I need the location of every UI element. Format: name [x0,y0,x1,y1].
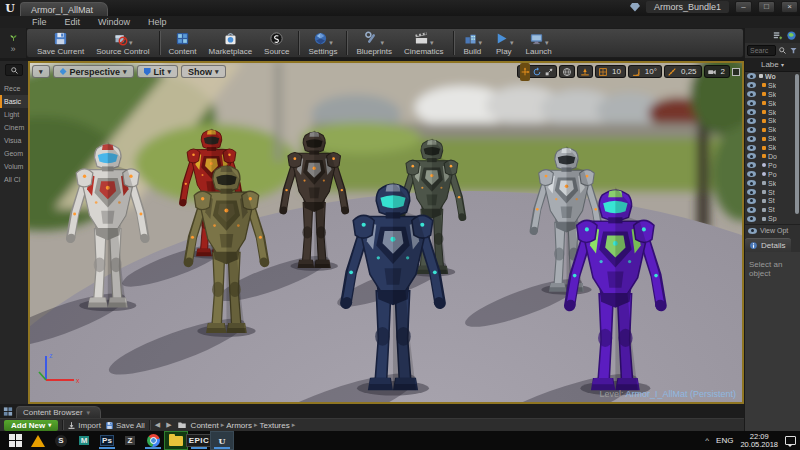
modes-category-volum[interactable]: Volum [0,160,28,173]
outliner-row[interactable]: Sk [745,179,793,188]
visibility-eye-icon[interactable] [747,118,756,124]
level-tab[interactable]: Armor_I_AllMat [20,2,108,16]
content-button[interactable]: Content [163,29,203,57]
toolbar-expander[interactable]: » [0,28,26,58]
modes-category-rece[interactable]: Rece [0,82,28,95]
taskbar-epic-launcher-icon[interactable]: EPIC [188,432,210,449]
settings-button[interactable]: ▾Settings [302,29,343,57]
coordinate-system-button[interactable] [559,65,575,78]
visibility-eye-icon[interactable] [747,162,756,168]
source-control-button[interactable]: ▾Source Control [90,29,155,57]
visibility-eye-icon[interactable] [747,82,756,88]
source-button[interactable]: Source [258,29,295,57]
maximize-button[interactable]: □ [758,1,775,13]
launch-button[interactable]: ▾Launch [520,29,558,57]
outliner-row[interactable]: Po [745,161,793,170]
perspective-button[interactable]: Perspective▾ [53,65,134,78]
rotation-snap-value[interactable]: 10° [643,67,659,76]
outliner-search-input[interactable] [747,45,776,56]
content-browser-tab[interactable]: Content Browser▾ [16,406,101,418]
taskbar-zbrush-icon[interactable]: Z [119,432,141,449]
breadcrumb-content[interactable]: Content [191,421,219,430]
surface-snapping-button[interactable] [577,65,593,78]
visibility-eye-icon[interactable] [747,145,756,151]
outliner-label-column-header[interactable]: Labe ▾ [745,58,800,72]
visibility-eye-icon[interactable] [747,91,756,97]
visibility-eye-icon[interactable] [747,136,756,142]
taskbar-start-icon[interactable] [4,432,26,449]
view-options-button[interactable]: View Opt [745,224,800,236]
outliner-row[interactable]: Sk [745,134,793,143]
taskbar-clock[interactable]: 22:09 20.05.2018 [740,433,778,449]
show-button[interactable]: Show▾ [181,65,226,78]
taskbar-unreal-editor-icon[interactable]: U [211,432,233,449]
filter-icon[interactable] [789,46,798,55]
cinematics-button[interactable]: ▾Cinematics [398,29,450,57]
outliner-row[interactable]: Sk [745,90,793,99]
visibility-eye-icon[interactable] [747,216,756,222]
language-indicator[interactable]: ENG [716,436,733,445]
grid-snap-control[interactable]: 10 [595,65,626,78]
outliner-row[interactable]: Sk [745,81,793,90]
tray-chevron[interactable]: ^ [705,436,709,445]
outliner-row[interactable]: St [745,188,793,197]
menu-file[interactable]: File [24,17,55,27]
visibility-eye-icon[interactable] [747,207,756,213]
world-icon[interactable] [786,30,797,41]
outliner-row[interactable]: St [745,196,793,205]
move-tool-icon[interactable] [520,67,530,77]
maximize-viewport-button[interactable] [732,68,740,76]
modes-category-visua[interactable]: Visua [0,134,28,147]
visibility-eye-icon[interactable] [747,109,756,115]
minimize-button[interactable]: – [735,1,752,13]
breadcrumb-textures[interactable]: Textures [259,421,289,430]
modes-category-all-cl[interactable]: All Cl [0,173,28,186]
menu-edit[interactable]: Edit [57,17,89,27]
visibility-eye-icon[interactable] [747,100,756,106]
scale-snap-control[interactable]: 0,25 [664,65,702,78]
scale-snap-value[interactable]: 0,25 [679,67,699,76]
marketplace-button[interactable]: Marketplace [203,29,259,57]
taskbar-app-s-icon[interactable]: S [50,432,72,449]
details-tab[interactable]: Details [745,238,791,252]
visibility-eye-icon[interactable] [747,171,756,177]
outliner-row[interactable]: Sk [745,125,793,134]
visibility-eye-icon[interactable] [747,198,756,204]
visibility-eye-icon[interactable] [747,73,756,79]
outliner-row[interactable]: Sk [745,99,793,108]
modes-category-basic[interactable]: Basic [0,95,28,108]
lit-mode-button[interactable]: Lit▾ [137,65,179,78]
play-button[interactable]: ▾Play [488,29,520,57]
back-button[interactable]: ◀ [154,421,161,429]
scale-tool-icon[interactable] [544,67,554,77]
visibility-eye-icon[interactable] [747,180,756,186]
modes-category-cinem[interactable]: Cinem [0,121,28,134]
outliner-scrollbar[interactable] [795,74,799,214]
breadcrumb-armors[interactable]: Armors [226,421,252,430]
grid-snap-value[interactable]: 10 [610,67,623,76]
taskbar-chrome-icon[interactable] [142,432,164,449]
rotation-snap-control[interactable]: 10° [628,65,662,78]
outliner-row[interactable]: Sp [745,214,793,223]
build-button[interactable]: ▾Build [457,29,489,57]
taskbar-photoshop-icon[interactable]: Ps [96,432,118,449]
outliner-row[interactable]: Wo [745,72,793,81]
outliner-row[interactable]: Po [745,170,793,179]
add-new-button[interactable]: Add New▾ [4,420,58,431]
outliner-row[interactable]: Sk [745,143,793,152]
viewport-options-button[interactable]: ▾ [32,65,50,78]
camera-speed-control[interactable]: 2 [704,65,730,78]
notification-center-icon[interactable] [785,436,796,445]
taskbar-app-m-icon[interactable]: M [73,432,95,449]
camera-speed-value[interactable]: 2 [719,67,727,76]
modes-category-light[interactable]: Light [0,108,28,121]
visibility-eye-icon[interactable] [747,189,756,195]
modes-search-button[interactable] [5,64,23,76]
close-button[interactable]: × [781,1,798,13]
outliner-add-icon[interactable] [772,30,783,41]
import-button[interactable]: Import [67,421,101,430]
taskbar-explorer-icon[interactable] [165,432,187,449]
forward-button[interactable]: ▶ [165,421,172,429]
outliner-row[interactable]: St [745,205,793,214]
menu-window[interactable]: Window [90,17,138,27]
